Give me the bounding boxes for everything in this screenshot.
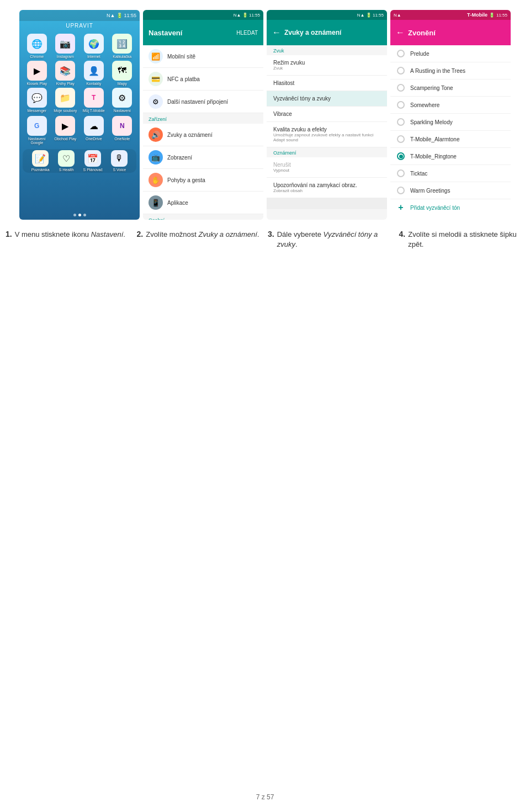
sound-item-kvalita[interactable]: Kvalita zvuku a efekty Umožňuje zapnout … xyxy=(267,122,387,147)
list-item[interactable]: 📷 Instagram xyxy=(52,34,79,59)
app-label: Internet xyxy=(87,55,100,59)
app-icon-kiosek: ▶ xyxy=(27,61,47,81)
list-item[interactable]: G Nastavení Google xyxy=(24,116,50,145)
zvoneni-top-bar: ← Zvonění xyxy=(390,20,511,45)
menu-item-dalsi[interactable]: ⚙ Další nastavení připojení xyxy=(143,91,263,113)
status-bar-1: N▲ 🔋 11:55 xyxy=(19,10,140,21)
menu-label: Zvuky a oznámení xyxy=(167,132,213,138)
list-item[interactable]: 🎙 S Voice xyxy=(111,150,128,172)
app-icon-contacts: 👤 xyxy=(84,61,104,81)
list-item[interactable]: ▶ Obchod Play xyxy=(52,116,79,145)
app-icon-calculator: 🔢 xyxy=(112,34,132,54)
ringtone-item-ticktac[interactable]: Ticktac xyxy=(390,165,511,182)
app-label: Kalkulačka xyxy=(113,55,131,59)
menu-item-zvuky[interactable]: 🔊 Zvuky a oznámení xyxy=(143,124,263,146)
sound-item-vyzvaneci[interactable]: Vyzváněcí tóny a zvuky xyxy=(267,91,387,107)
list-item[interactable]: 👤 Kontakty xyxy=(81,61,107,86)
app-label: S Voice xyxy=(113,168,126,172)
page-dots xyxy=(19,214,140,216)
app-icon-instagram: 📷 xyxy=(55,34,75,54)
phone-screen-2: N▲ 🔋 11:55 Nastavení HLEDAT 📶 Mobilní sí… xyxy=(143,10,263,220)
app-label: Kiosek Play xyxy=(26,82,47,86)
radio-alarmtone[interactable] xyxy=(397,135,405,143)
radio-ringtone-selected[interactable] xyxy=(397,152,405,160)
app-icon-messenger: 💬 xyxy=(27,88,47,108)
menu-item-pohyby[interactable]: ✋ Pohyby a gesta xyxy=(143,169,263,192)
search-button[interactable]: HLEDAT xyxy=(236,30,258,36)
instructions-row: 1. V menu stisknete ikonu Nastavení. 2. … xyxy=(0,220,530,250)
ringtone-item-alarmtone[interactable]: T-Mobile_Alarmtone xyxy=(390,131,511,148)
ringtone-list: Prelude A Rustling in the Trees Scamperi… xyxy=(390,45,511,216)
app-icon-svoice: 🎙 xyxy=(111,150,128,167)
status-time-3: N▲ 🔋 11:55 xyxy=(357,13,384,18)
app-label: Mapy xyxy=(118,82,127,86)
list-item[interactable]: 📁 Moje soubory xyxy=(52,88,79,113)
ringtone-item-somewhere[interactable]: Somewhere xyxy=(390,97,511,114)
app-icon-maps: 🗺 xyxy=(112,61,132,81)
radio-warm[interactable] xyxy=(397,187,405,194)
sound-item-nerusit[interactable]: Nerušit Vypnout xyxy=(267,157,387,178)
settings-menu: 📶 Mobilní sítě 💳 NFC a platba ⚙ Další na… xyxy=(143,45,263,220)
radio-rustling[interactable] xyxy=(397,67,405,75)
ringtone-item-scampering[interactable]: Scampering Tone xyxy=(390,79,511,97)
ringtone-item-sparkling[interactable]: Sparkling Melody xyxy=(390,114,511,131)
list-item[interactable]: ☁ OneDrive xyxy=(81,116,107,145)
radio-ticktac[interactable] xyxy=(397,169,405,177)
menu-item-aplikace[interactable]: 📱 Aplikace xyxy=(143,192,263,214)
phone-screen-3: N▲ 🔋 11:55 ← Zvuky a oznámení Zvuk Režim… xyxy=(267,10,387,220)
ringtone-label: T-Mobile_Ringtone xyxy=(410,153,457,160)
ringtone-item-warm[interactable]: Warm Greetings xyxy=(390,182,511,199)
settings-top-bar: Nastavení HLEDAT xyxy=(143,20,263,45)
list-item[interactable]: 🔢 Kalkulačka xyxy=(109,34,136,59)
sound-label: Upozorňování na zamykací obraz. xyxy=(273,182,380,188)
radio-prelude[interactable] xyxy=(397,50,405,57)
radio-somewhere[interactable] xyxy=(397,101,405,109)
page-footer: 7 z 57 xyxy=(0,793,530,801)
instruction-3: 3. Dále vyberete Vyzváněcí tóny a zvuky. xyxy=(268,230,394,250)
menu-item-nfc[interactable]: 💳 NFC a platba xyxy=(143,68,263,91)
list-item[interactable]: 📚 Knihy Play xyxy=(52,61,79,86)
app-icon-tmobile: T xyxy=(84,88,104,108)
menu-item-mobilni[interactable]: 📶 Mobilní sítě xyxy=(143,45,263,68)
list-item[interactable]: 📅 S Plánovač xyxy=(83,150,103,172)
sound-item-rezim[interactable]: Režim zvuku Zvuk xyxy=(267,55,387,76)
sound-item-hlasitost[interactable]: Hlasitost xyxy=(267,76,387,91)
list-item[interactable]: ⚙ Nastavení xyxy=(109,88,136,113)
list-item[interactable]: 🌍 Internet xyxy=(81,34,107,59)
menu-item-zobrazeni[interactable]: 📺 Zobrazení xyxy=(143,146,263,169)
list-item[interactable]: N OneNote xyxy=(109,116,136,145)
back-arrow-icon[interactable]: ← xyxy=(272,28,281,38)
step-text-1: V menu stisknete ikonu Nastavení. xyxy=(15,230,125,240)
add-tone-row[interactable]: + Přidat vyzváněcí tón xyxy=(390,199,511,216)
ringtone-item-rustling[interactable]: A Rustling in the Trees xyxy=(390,62,511,79)
status-bar-4: N▲ T‑Mobile 🔋 11:55 xyxy=(390,10,511,20)
sound-sub: Umožňuje zapnout zvukové efekty a nastav… xyxy=(273,132,380,142)
list-item[interactable]: 📝 Poznámka xyxy=(31,150,50,172)
ringtone-item-prelude[interactable]: Prelude xyxy=(390,45,511,62)
menu-label: Zobrazení xyxy=(167,155,192,161)
nfc-icon: 💳 xyxy=(149,72,163,86)
radio-scampering[interactable] xyxy=(397,84,405,92)
zvuky-title: Zvuky a oznámení xyxy=(284,29,341,36)
ringtone-item-ringtone[interactable]: T-Mobile_Ringtone xyxy=(390,148,511,165)
list-item[interactable]: ▶ Kiosek Play xyxy=(24,61,50,86)
step-number-1: 1. xyxy=(6,230,12,238)
back-arrow-icon-4[interactable]: ← xyxy=(396,28,405,38)
app-icon-chrome: 🌐 xyxy=(27,34,47,54)
sound-item-vibrace[interactable]: Vibrace xyxy=(267,107,387,122)
sound-item-upozorneni[interactable]: Upozorňování na zamykací obraz. Zobrazit… xyxy=(267,178,387,198)
list-item[interactable]: T Můj T-Mobile xyxy=(81,88,107,113)
ringtone-label: Scampering Tone xyxy=(410,85,453,91)
dot xyxy=(73,214,76,216)
settings-title: Nastavení xyxy=(149,29,182,37)
list-item[interactable]: ♡ S Health xyxy=(58,150,75,172)
list-item[interactable]: 🗺 Mapy xyxy=(109,61,136,86)
zvuky-menu: Zvuk Režim zvuku Zvuk Hlasitost Vyzváněc… xyxy=(267,45,387,209)
list-item[interactable]: 💬 Messenger xyxy=(24,88,50,113)
step-text-4: Zvolíte si melodii a stisknete šipku zpě… xyxy=(408,230,524,250)
app-label: Můj T-Mobile xyxy=(83,109,105,113)
app-icon-notes: 📝 xyxy=(32,150,49,167)
app-label: Poznámka xyxy=(31,168,50,172)
list-item[interactable]: 🌐 Chrome xyxy=(24,34,50,59)
radio-sparkling[interactable] xyxy=(397,118,405,126)
